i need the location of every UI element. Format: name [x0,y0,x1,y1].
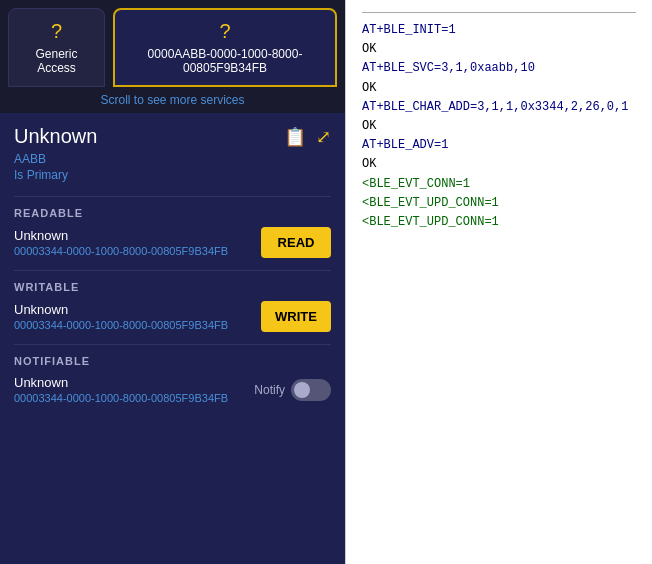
writable-char-name: Unknown [14,302,261,317]
notify-toggle[interactable] [291,379,331,401]
terminal-line: OK [362,155,636,174]
toggle-thumb [294,382,310,398]
right-panel: AT+BLE_INIT=1OKAT+BLE_SVC=3,1,0xaabb,10O… [345,0,652,564]
left-panel: ? Generic Access ? 0000AABB-0000-1000-80… [0,0,345,564]
terminal-line: OK [362,79,636,98]
services-tabs: ? Generic Access ? 0000AABB-0000-1000-80… [0,0,345,87]
writable-label: WRITABLE [14,281,331,293]
write-button[interactable]: WRITE [261,301,331,332]
writable-char-row: Unknown 00003344-0000-1000-8000-00805F9B… [14,301,331,332]
service-uuid: AABB [14,152,331,166]
writable-char-info: Unknown 00003344-0000-1000-8000-00805F9B… [14,302,261,331]
notifiable-char-row: Unknown 00003344-0000-1000-8000-00805F9B… [14,375,331,404]
question-icon-generic: ? [51,20,62,43]
terminal-line: OK [362,40,636,59]
notifiable-label: NOTIFIABLE [14,355,331,367]
terminal-output: AT+BLE_INIT=1OKAT+BLE_SVC=3,1,0xaabb,10O… [362,21,636,232]
writable-divider [14,270,331,271]
terminal-line: AT+BLE_SVC=3,1,0xaabb,10 [362,59,636,78]
scroll-hint: Scroll to see more services [0,87,345,113]
terminal-line: <BLE_EVT_CONN=1 [362,175,636,194]
terminal-line: <BLE_EVT_UPD_CONN=1 [362,194,636,213]
tab-label-generic: Generic Access [23,47,90,75]
readable-divider [14,196,331,197]
terminal-line: AT+BLE_INIT=1 [362,21,636,40]
terminal-separator [362,12,636,13]
clipboard-icon[interactable]: 📋 [284,126,306,148]
readable-char-info: Unknown 00003344-0000-1000-8000-00805F9B… [14,228,261,257]
notifiable-char-uuid: 00003344-0000-1000-8000-00805F9B34FB [14,392,254,404]
notify-label: Notify [254,383,285,397]
readable-char-name: Unknown [14,228,261,243]
notifiable-char-info: Unknown 00003344-0000-1000-8000-00805F9B… [14,375,254,404]
readable-char-row: Unknown 00003344-0000-1000-8000-00805F9B… [14,227,331,258]
readable-char-uuid: 00003344-0000-1000-8000-00805F9B34FB [14,245,261,257]
terminal-line: <BLE_EVT_UPD_CONN=1 [362,213,636,232]
service-title: Unknown [14,125,97,148]
terminal-line: AT+BLE_ADV=1 [362,136,636,155]
terminal-line: OK [362,117,636,136]
notify-row: Notify [254,379,331,401]
read-button[interactable]: READ [261,227,331,258]
tab-generic-access[interactable]: ? Generic Access [8,8,105,87]
header-icons: 📋 ⤢ [284,126,331,148]
writable-char-uuid: 00003344-0000-1000-8000-00805F9B34FB [14,319,261,331]
service-badge: Is Primary [14,168,331,182]
toggle-track[interactable] [291,379,331,401]
notifiable-char-name: Unknown [14,375,254,390]
service-content: Unknown 📋 ⤢ AABB Is Primary READABLE Unk… [0,113,345,564]
service-header: Unknown 📋 ⤢ [14,125,331,148]
notifiable-divider [14,344,331,345]
expand-icon[interactable]: ⤢ [316,126,331,148]
tab-label-uuid: 0000AABB-0000-1000-8000-00805F9B34FB [129,47,321,75]
terminal-line: AT+BLE_CHAR_ADD=3,1,1,0x3344,2,26,0,1 [362,98,636,117]
readable-label: READABLE [14,207,331,219]
question-icon-uuid: ? [219,20,230,43]
tab-long-uuid[interactable]: ? 0000AABB-0000-1000-8000-00805F9B34FB [113,8,337,87]
